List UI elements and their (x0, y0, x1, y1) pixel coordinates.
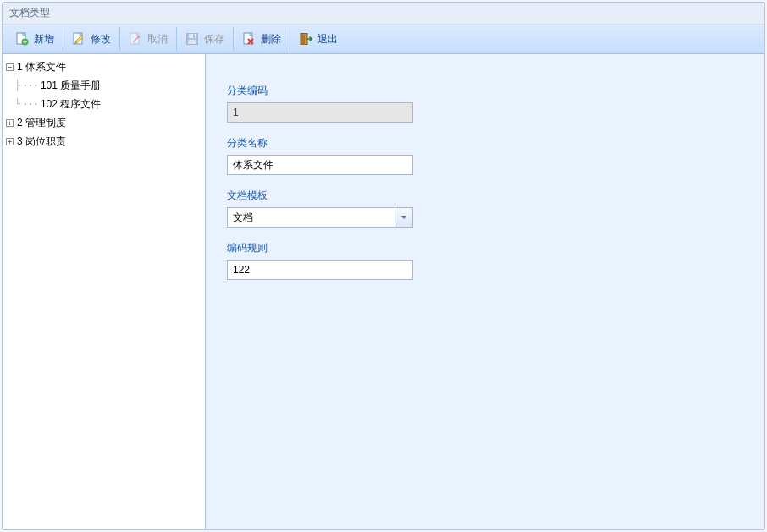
delete-button[interactable]: 删除 (234, 27, 290, 51)
tree-node-101[interactable]: ├ ··· 101 质量手册 (3, 76, 205, 95)
tree-node-label: 3 岗位职责 (17, 134, 66, 149)
rule-label: 编码规则 (227, 241, 743, 255)
tree-branch-icon: ├ (14, 78, 20, 93)
chevron-down-icon[interactable] (395, 207, 413, 228)
cancel-label: 取消 (147, 32, 168, 47)
add-button[interactable]: 新增 (7, 27, 63, 51)
form-row-name: 分类名称 (227, 136, 743, 175)
add-label: 新增 (34, 32, 54, 47)
template-input[interactable] (227, 207, 395, 228)
rule-input[interactable] (227, 260, 413, 280)
tree-node-102[interactable]: └ ··· 102 程序文件 (3, 95, 205, 113)
name-label: 分类名称 (227, 136, 743, 151)
template-label: 文档模板 (227, 189, 743, 203)
title-bar: 文档类型 (3, 3, 764, 25)
exit-label: 退出 (317, 32, 338, 47)
add-icon (15, 32, 29, 46)
collapse-icon[interactable]: − (6, 63, 14, 71)
delete-label: 删除 (261, 32, 281, 47)
cancel-icon (129, 32, 142, 46)
cancel-button: 取消 (120, 27, 177, 51)
svg-rect-6 (193, 35, 195, 38)
tree-leaf-icon: ··· (22, 96, 38, 112)
edit-icon (72, 32, 86, 46)
form-row-rule: 编码规则 (227, 241, 743, 280)
tree-panel: − 1 体系文件 ├ ··· 101 质量手册 └ ··· 102 程序文件 +… (3, 54, 206, 529)
form-row-template: 文档模板 (227, 189, 743, 228)
toolbar: 新增 修改 取消 保存 删除 (3, 25, 764, 54)
tree-node-label: 102 程序文件 (41, 96, 101, 112)
save-icon (185, 32, 199, 46)
tree-node-1[interactable]: − 1 体系文件 (3, 58, 205, 76)
tree-leaf-icon: ··· (22, 78, 38, 93)
delete-icon (242, 32, 256, 46)
save-label: 保存 (204, 32, 224, 47)
form-row-code: 分类编码 (227, 84, 743, 123)
window-title: 文档类型 (9, 7, 50, 19)
save-button: 保存 (177, 27, 234, 51)
tree-node-3[interactable]: + 3 岗位职责 (3, 132, 205, 151)
edit-button[interactable]: 修改 (63, 27, 120, 51)
code-label: 分类编码 (227, 84, 743, 98)
svg-rect-7 (189, 40, 196, 44)
tree-node-label: 2 管理制度 (17, 115, 66, 130)
expand-icon[interactable]: + (6, 138, 14, 145)
edit-label: 修改 (91, 32, 111, 47)
exit-icon (299, 32, 312, 46)
tree-node-2[interactable]: + 2 管理制度 (3, 113, 205, 132)
body: − 1 体系文件 ├ ··· 101 质量手册 └ ··· 102 程序文件 +… (3, 54, 764, 529)
code-input (227, 102, 413, 123)
tree-branch-icon: └ (14, 96, 20, 112)
window: 文档类型 新增 修改 取消 保存 (2, 2, 765, 530)
tree-node-label: 101 质量手册 (41, 78, 101, 93)
expand-icon[interactable]: + (6, 119, 14, 127)
form-panel: 分类编码 分类名称 文档模板 编码规则 (206, 54, 764, 529)
tree-node-label: 1 体系文件 (17, 59, 66, 74)
exit-button[interactable]: 退出 (290, 27, 346, 51)
name-input[interactable] (227, 155, 413, 175)
template-combo (227, 207, 413, 228)
